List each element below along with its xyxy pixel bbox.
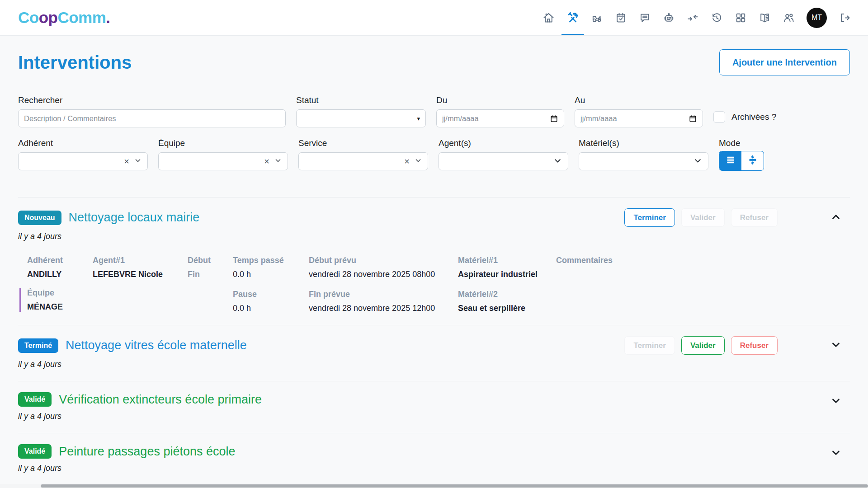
main-nav: MT [542, 0, 851, 35]
page-title: Interventions [18, 52, 132, 73]
search-input[interactable] [24, 110, 280, 127]
du-label: Du [436, 95, 564, 105]
history-icon [711, 12, 723, 24]
nav-planning[interactable] [615, 0, 627, 35]
intervention-card: Terminé Nettoyage vitres école maternell… [18, 325, 850, 381]
nav-logout[interactable] [839, 0, 851, 35]
statut-label: Statut [296, 95, 426, 105]
chevron-down-icon[interactable] [830, 395, 842, 408]
nav-assistant[interactable] [663, 0, 675, 35]
scrollbar-thumb[interactable] [41, 484, 868, 488]
chevron-down-icon[interactable] [830, 339, 842, 352]
intervention-title[interactable]: Nettoyage locaux mairie [69, 211, 200, 225]
nav-vehicles[interactable] [591, 0, 603, 35]
equipe-block: Équipe MÉNAGE [19, 288, 93, 312]
filter-archivees: Archivées ? [713, 95, 850, 127]
refuser-button: Refuser [731, 208, 778, 227]
app-logo[interactable]: CoopComm. [18, 9, 110, 27]
au-date-input[interactable] [580, 110, 689, 127]
intervention-age: il y a 4 jours [18, 360, 850, 369]
card-actions: Terminer Valider Refuser [624, 336, 778, 355]
mode-label: Mode [719, 138, 850, 148]
nav-profile[interactable]: MT [807, 0, 827, 35]
intervention-title[interactable]: Peinture passages piétons école [59, 445, 235, 459]
status-badge: Nouveau [18, 211, 61, 225]
nav-members[interactable] [783, 0, 795, 35]
add-intervention-button[interactable]: Ajouter une Intervention [719, 49, 850, 75]
logout-icon [839, 12, 851, 24]
intervention-card: Validé Vérification extincteurs école pr… [18, 381, 850, 433]
adherent-select[interactable]: × [18, 152, 148, 170]
mode-list-button[interactable] [719, 151, 741, 170]
filter-agents: Agent(s) [439, 138, 568, 171]
intervention-card: Nouveau Nettoyage locaux mairie Terminer… [18, 197, 850, 325]
archivees-checkbox[interactable] [713, 111, 725, 123]
agents-select[interactable] [439, 152, 568, 170]
nav-documentation[interactable] [759, 0, 771, 35]
details-col-adherent: Adhérent ANDILLY Équipe MÉNAGE [27, 256, 93, 312]
intervention-age: il y a 4 jours [18, 232, 850, 241]
filter-search: Rechercher [18, 95, 286, 127]
intervention-title[interactable]: Nettoyage vitres école maternelle [66, 338, 247, 352]
details-col-agent: Agent#1 LEFEBVRE Nicole [93, 256, 188, 279]
nav-messages[interactable] [639, 0, 651, 35]
materiels-select[interactable] [579, 152, 708, 170]
materiel1-label: Matériel#1 [458, 256, 556, 265]
chat-icon [639, 12, 651, 24]
agent1-label: Agent#1 [93, 256, 188, 265]
filter-service: Service × [298, 138, 428, 171]
chevron-down-icon [274, 156, 282, 166]
statut-select[interactable]: ▾ [296, 109, 426, 127]
nav-modules[interactable] [735, 0, 747, 35]
terminer-button[interactable]: Terminer [624, 208, 675, 227]
home-icon [542, 12, 555, 24]
converge-arrows-icon [687, 12, 699, 24]
materiels-label: Matériel(s) [579, 138, 708, 148]
pause-value: 0.0 h [233, 304, 309, 313]
chevron-down-icon[interactable] [830, 447, 842, 460]
calendar-icon[interactable] [689, 114, 697, 123]
au-label: Au [575, 95, 703, 105]
avatar[interactable]: MT [807, 8, 827, 28]
clear-icon[interactable]: × [264, 157, 269, 166]
chevron-up-icon[interactable] [830, 211, 842, 225]
equipe-detail-label: Équipe [27, 288, 93, 298]
truck-icon [591, 12, 603, 24]
logo-part-1: Co [18, 9, 39, 26]
terminer-button: Terminer [624, 336, 675, 355]
du-date-input[interactable] [442, 110, 550, 127]
interventions-list: Nouveau Nettoyage locaux mairie Terminer… [18, 197, 850, 485]
users-icon [783, 12, 795, 24]
refuser-button[interactable]: Refuser [731, 336, 778, 355]
nav-transfers[interactable] [687, 0, 699, 35]
mode-collapse-button[interactable] [741, 151, 764, 170]
card-actions: Terminer Valider Refuser [624, 208, 778, 227]
search-input-wrap [18, 109, 286, 127]
intervention-title[interactable]: Vérification extincteurs école primaire [59, 393, 262, 407]
agent1-value: LEFEBVRE Nicole [93, 270, 188, 279]
collapse-icon [747, 155, 758, 167]
calendar-icon[interactable] [550, 114, 558, 123]
fin-prevue-value: vendredi 28 novembre 2025 12h00 [309, 304, 458, 313]
filter-materiels: Matériel(s) [579, 138, 708, 171]
nav-home[interactable] [542, 0, 555, 35]
nav-history[interactable] [711, 0, 723, 35]
nav-interventions[interactable] [566, 0, 579, 35]
valider-button[interactable]: Valider [681, 336, 725, 355]
status-badge: Validé [18, 392, 52, 407]
logo-part-2: op [39, 9, 58, 26]
service-label: Service [298, 138, 428, 148]
logo-part-3: Comm [57, 9, 106, 26]
service-select[interactable]: × [298, 152, 428, 170]
details-col-temps: Temps passé 0.0 h Pause 0.0 h [233, 256, 309, 313]
status-badge: Validé [18, 444, 52, 459]
filter-equipe: Équipe × [158, 138, 288, 171]
equipe-label: Équipe [158, 138, 288, 148]
intervention-age: il y a 4 jours [18, 412, 850, 421]
clear-icon[interactable]: × [404, 157, 410, 166]
clear-icon[interactable]: × [124, 157, 129, 166]
equipe-select[interactable]: × [158, 152, 288, 170]
main-content: Interventions Ajouter une Intervention R… [0, 49, 868, 485]
horizontal-scrollbar[interactable] [0, 484, 868, 488]
details-col-debut-fin: Début Fin [188, 256, 233, 279]
